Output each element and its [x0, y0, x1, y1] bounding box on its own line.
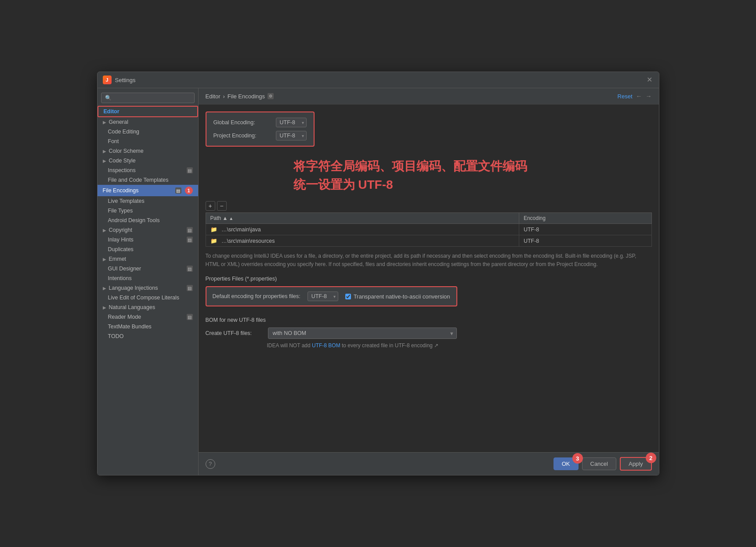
props-encoding-select-wrap: UTF-8 [307, 291, 338, 301]
expand-arrow-cst: ▶ [103, 158, 106, 163]
bom-create-label: Create UTF-8 files: [206, 330, 263, 336]
sidebar-item-code-style[interactable]: ▶ Code Style [98, 156, 198, 166]
sidebar-item-file-encodings[interactable]: File Encodings ▤ 1 [98, 185, 198, 196]
content-header: Editor › File Encodings ⚙ Reset ← → [199, 88, 659, 104]
sidebar-item-fct-label: File and Code Templates [108, 177, 169, 183]
breadcrumb-editor: Editor [206, 93, 221, 100]
sidebar-item-editor-label: Editor [104, 108, 119, 115]
sidebar-item-emmet-label: Emmet [109, 256, 127, 262]
sidebar-item-code-editing[interactable]: Code Editing [98, 127, 198, 137]
cancel-button[interactable]: Cancel [582, 457, 616, 470]
sidebar: Editor ▶ General Code Editing Font ▶ Col… [98, 88, 199, 475]
expand-arrow: ▶ [103, 120, 106, 125]
path-cell-2: 📁 …\src\main\resources [206, 235, 519, 247]
settings-dialog: J Settings ✕ Editor ▶ General Code Editi… [97, 72, 659, 475]
encoding-column-header: Encoding [519, 213, 651, 224]
chinese-annotation: 将字符全局编码、项目编码、配置文件编码 统一设置为 UTF-8 [293, 157, 652, 194]
sidebar-item-color-scheme[interactable]: ▶ Color Scheme [98, 146, 198, 156]
bom-select[interactable]: with NO BOM [268, 327, 457, 339]
sidebar-item-file-code-templates[interactable]: File and Code Templates [98, 175, 198, 185]
sidebar-item-duplicates[interactable]: Duplicates [98, 245, 198, 254]
sidebar-item-android-design-tools[interactable]: Android Design Tools [98, 216, 198, 225]
sidebar-item-ft-label: File Types [108, 208, 133, 214]
sidebar-item-emmet[interactable]: ▶ Emmet [98, 254, 198, 264]
sidebar-item-editor[interactable]: Editor [98, 106, 198, 117]
sidebar-item-natural-languages[interactable]: ▶ Natural Languages [98, 302, 198, 312]
props-encoding-label: Default encoding for properties files: [213, 293, 300, 299]
project-encoding-select-wrap: UTF-8 [276, 131, 307, 140]
bom-hint-prefix: IDEA will NOT add [267, 342, 312, 349]
sidebar-item-code-style-label: Code Style [109, 158, 136, 164]
close-button[interactable]: ✕ [647, 76, 654, 83]
dialog-title: Settings [115, 77, 136, 83]
encoding-cell-2: UTF-8 [519, 235, 651, 247]
dialog-body: Editor ▶ General Code Editing Font ▶ Col… [98, 88, 659, 475]
info-text: To change encoding IntelliJ IDEA uses fo… [206, 252, 652, 269]
add-path-button[interactable]: + [206, 201, 215, 211]
bom-row: Create UTF-8 files: with NO BOM [206, 327, 652, 339]
help-button[interactable]: ? [206, 459, 215, 469]
path-column-header[interactable]: Path ▲ [206, 213, 519, 224]
settings-icon[interactable]: ⚙ [268, 93, 274, 99]
sidebar-item-lt-label: Live Templates [108, 198, 145, 204]
sidebar-item-reader-mode[interactable]: Reader Mode ▤ [98, 312, 198, 322]
sidebar-item-todo[interactable]: TODO [98, 331, 198, 341]
fe-badge: ▤ [175, 187, 181, 194]
sidebar-item-general[interactable]: ▶ General [98, 117, 198, 127]
sidebar-item-lec-label: Live Edit of Compose Literals [108, 295, 180, 301]
sidebar-item-inspections[interactable]: Inspections ▤ [98, 166, 198, 175]
reset-button[interactable]: Reset [618, 93, 633, 100]
table-row[interactable]: 📁 …\src\main\resources UTF-8 [206, 235, 651, 247]
title-bar: J Settings ✕ [98, 72, 659, 88]
breadcrumb-current: File Encodings [228, 93, 265, 100]
sidebar-item-li-label: Language Injections [109, 285, 158, 291]
bom-select-wrap: with NO BOM [268, 327, 457, 339]
sidebar-item-int-label: Intentions [108, 275, 132, 281]
sidebar-item-adt-label: Android Design Tools [108, 217, 160, 223]
bom-hint: IDEA will NOT add UTF-8 BOM to every cre… [267, 342, 652, 349]
sidebar-item-inlay-hints[interactable]: Inlay Hints ▤ [98, 235, 198, 245]
search-input[interactable] [101, 93, 195, 103]
main-content: Editor › File Encodings ⚙ Reset ← → Glob… [199, 88, 659, 475]
sidebar-item-intentions[interactable]: Intentions [98, 274, 198, 283]
encoding-box: Global Encoding: UTF-8 Project Encoding:… [206, 112, 315, 147]
expand-arrow-cp: ▶ [103, 228, 106, 233]
global-encoding-label: Global Encoding: [213, 119, 271, 126]
action-buttons: OK 3 Cancel Apply 2 [553, 457, 652, 471]
sidebar-item-language-injections[interactable]: ▶ Language Injections ▤ [98, 283, 198, 293]
copyright-badge: ▤ [187, 227, 193, 233]
remove-path-button[interactable]: − [217, 201, 227, 211]
sidebar-item-color-scheme-label: Color Scheme [109, 148, 144, 154]
sidebar-item-todo-label: TODO [108, 333, 124, 339]
table-toolbar: + − [206, 201, 652, 211]
sidebar-item-gui-designer[interactable]: GUI Designer ▤ [98, 264, 198, 274]
properties-section-title: Properties Files (*.properties) [206, 276, 652, 282]
content-body: Global Encoding: UTF-8 Project Encoding:… [199, 104, 659, 452]
sidebar-item-file-types[interactable]: File Types [98, 206, 198, 216]
forward-button[interactable]: → [646, 93, 652, 100]
sidebar-item-general-label: General [109, 119, 128, 125]
global-encoding-select-wrap: UTF-8 [276, 118, 307, 127]
path-cell-1: 📁 …\src\main\java [206, 224, 519, 235]
sidebar-item-textmate-bundles[interactable]: TextMate Bundles [98, 322, 198, 331]
badge-2: 2 [646, 453, 656, 463]
title-bar-left: J Settings [103, 76, 136, 84]
inspections-badge: ▤ [187, 167, 193, 173]
props-encoding-select[interactable]: UTF-8 [307, 291, 338, 301]
ih-badge: ▤ [187, 237, 193, 243]
transparent-conversion-checkbox[interactable] [345, 294, 351, 299]
bom-section: BOM for new UTF-8 files Create UTF-8 fil… [206, 317, 652, 349]
sidebar-item-live-templates[interactable]: Live Templates [98, 196, 198, 206]
folder-icon-1: 📁 [210, 227, 217, 233]
sidebar-item-copyright[interactable]: ▶ Copyright ▤ [98, 225, 198, 235]
sidebar-item-gd-label: GUI Designer [108, 266, 141, 272]
sidebar-item-live-edit-compose[interactable]: Live Edit of Compose Literals [98, 293, 198, 302]
project-encoding-select[interactable]: UTF-8 [276, 131, 307, 140]
back-button[interactable]: ← [636, 93, 642, 100]
sidebar-item-font[interactable]: Font [98, 137, 198, 146]
utf8-bom-link[interactable]: UTF-8 BOM [312, 342, 340, 349]
global-encoding-row: Global Encoding: UTF-8 [213, 118, 307, 127]
project-encoding-row: Project Encoding: UTF-8 [213, 131, 307, 140]
global-encoding-select[interactable]: UTF-8 [276, 118, 307, 127]
table-row[interactable]: 📁 …\src\main\java UTF-8 [206, 224, 651, 235]
